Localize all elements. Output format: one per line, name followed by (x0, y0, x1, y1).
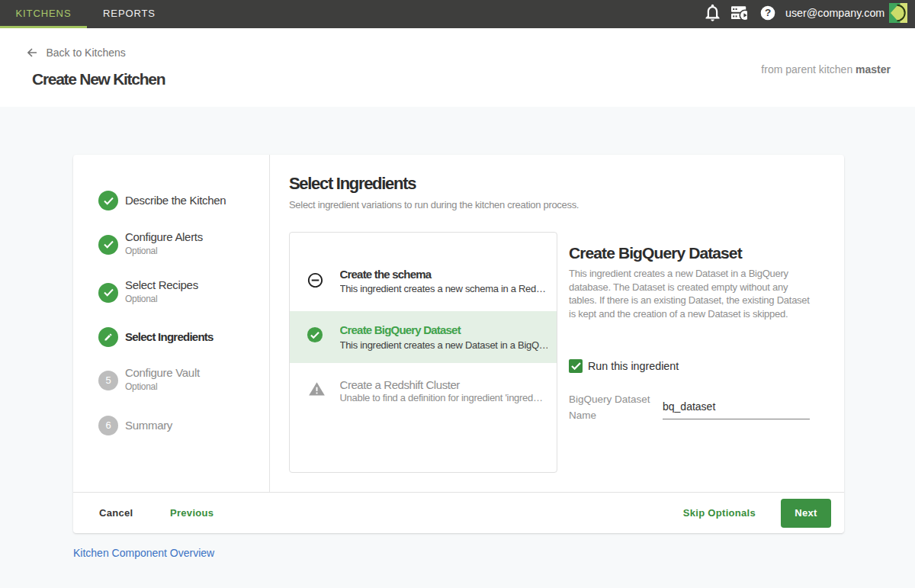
svg-text:?: ? (765, 7, 771, 18)
